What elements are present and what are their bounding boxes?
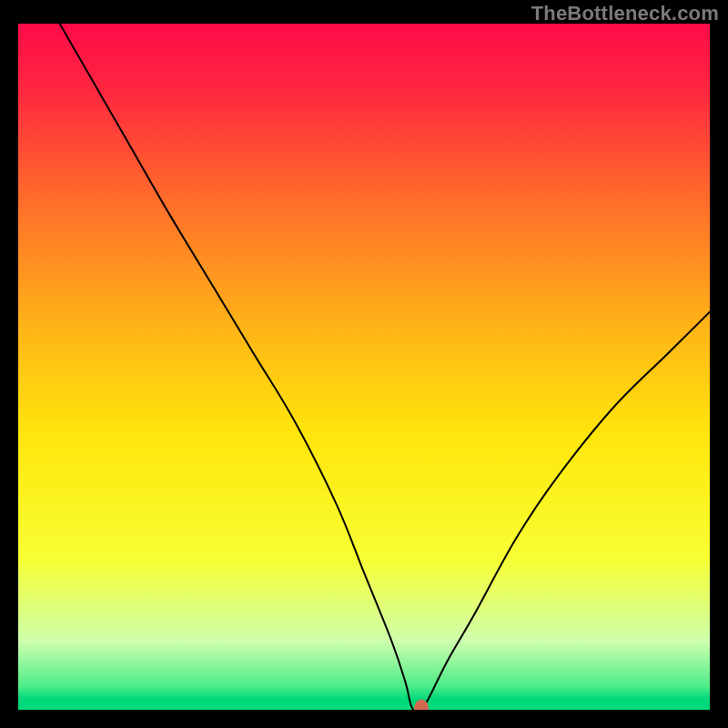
gradient-background — [18, 24, 710, 710]
bottleneck-chart — [18, 24, 710, 710]
watermark-text: TheBottleneck.com — [531, 2, 719, 25]
chart-frame: TheBottleneck.com — [0, 0, 728, 728]
